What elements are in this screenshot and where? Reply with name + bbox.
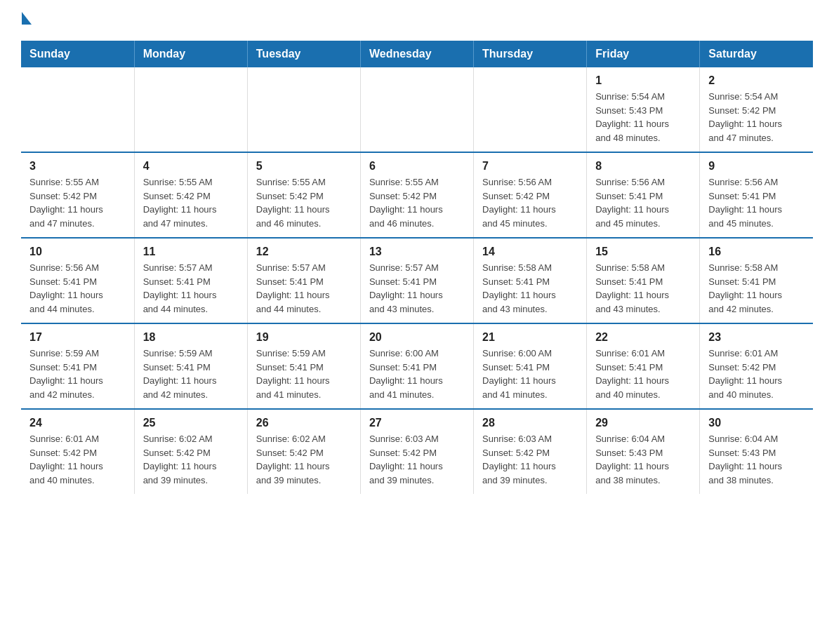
calendar-cell: 2Sunrise: 5:54 AM Sunset: 5:42 PM Daylig…	[700, 67, 813, 152]
calendar-cell: 29Sunrise: 6:04 AM Sunset: 5:43 PM Dayli…	[587, 409, 700, 494]
day-info: Sunrise: 6:03 AM Sunset: 5:42 PM Dayligh…	[369, 432, 465, 487]
day-info: Sunrise: 6:03 AM Sunset: 5:42 PM Dayligh…	[482, 432, 578, 487]
calendar-cell: 26Sunrise: 6:02 AM Sunset: 5:42 PM Dayli…	[247, 409, 360, 494]
day-number: 4	[143, 160, 239, 173]
day-info: Sunrise: 6:01 AM Sunset: 5:42 PM Dayligh…	[29, 432, 126, 487]
day-number: 7	[482, 160, 578, 173]
weekday-header-saturday: Saturday	[700, 41, 813, 67]
day-number: 18	[143, 331, 239, 344]
day-info: Sunrise: 6:00 AM Sunset: 5:41 PM Dayligh…	[369, 347, 465, 401]
day-info: Sunrise: 6:04 AM Sunset: 5:43 PM Dayligh…	[708, 432, 805, 487]
day-number: 30	[708, 417, 805, 429]
calendar-cell: 16Sunrise: 5:58 AM Sunset: 5:41 PM Dayli…	[700, 238, 813, 323]
calendar-cell: 4Sunrise: 5:55 AM Sunset: 5:42 PM Daylig…	[134, 152, 247, 238]
day-number: 29	[595, 417, 691, 429]
day-number: 21	[482, 331, 578, 344]
day-info: Sunrise: 5:56 AM Sunset: 5:42 PM Dayligh…	[482, 175, 578, 230]
calendar-cell: 22Sunrise: 6:01 AM Sunset: 5:41 PM Dayli…	[587, 323, 700, 409]
calendar-cell: 6Sunrise: 5:55 AM Sunset: 5:42 PM Daylig…	[360, 152, 473, 238]
calendar-cell: 27Sunrise: 6:03 AM Sunset: 5:42 PM Dayli…	[360, 409, 473, 494]
calendar-cell: 30Sunrise: 6:04 AM Sunset: 5:43 PM Dayli…	[700, 409, 813, 494]
calendar-cell	[474, 67, 587, 152]
header	[21, 14, 813, 27]
day-number: 12	[256, 246, 352, 258]
day-number: 24	[29, 417, 126, 429]
calendar-cell: 24Sunrise: 6:01 AM Sunset: 5:42 PM Dayli…	[21, 409, 134, 494]
calendar-cell: 25Sunrise: 6:02 AM Sunset: 5:42 PM Dayli…	[134, 409, 247, 494]
weekday-header-row: SundayMondayTuesdayWednesdayThursdayFrid…	[21, 41, 813, 67]
calendar-cell	[134, 67, 247, 152]
calendar-cell: 9Sunrise: 5:56 AM Sunset: 5:41 PM Daylig…	[700, 152, 813, 238]
day-number: 8	[595, 160, 691, 173]
day-info: Sunrise: 5:56 AM Sunset: 5:41 PM Dayligh…	[595, 175, 691, 230]
day-info: Sunrise: 5:58 AM Sunset: 5:41 PM Dayligh…	[595, 261, 691, 316]
day-number: 22	[595, 331, 691, 344]
day-info: Sunrise: 5:55 AM Sunset: 5:42 PM Dayligh…	[369, 175, 465, 230]
day-number: 3	[29, 160, 126, 173]
weekday-header-thursday: Thursday	[474, 41, 587, 67]
calendar-cell: 23Sunrise: 6:01 AM Sunset: 5:42 PM Dayli…	[700, 323, 813, 409]
week-row-4: 17Sunrise: 5:59 AM Sunset: 5:41 PM Dayli…	[21, 323, 813, 409]
calendar-cell: 17Sunrise: 5:59 AM Sunset: 5:41 PM Dayli…	[21, 323, 134, 409]
day-info: Sunrise: 6:00 AM Sunset: 5:41 PM Dayligh…	[482, 347, 578, 401]
calendar-table: SundayMondayTuesdayWednesdayThursdayFrid…	[21, 41, 813, 494]
day-info: Sunrise: 5:55 AM Sunset: 5:42 PM Dayligh…	[256, 175, 352, 230]
day-info: Sunrise: 5:58 AM Sunset: 5:41 PM Dayligh…	[482, 261, 578, 316]
day-info: Sunrise: 5:57 AM Sunset: 5:41 PM Dayligh…	[369, 261, 465, 316]
day-number: 16	[708, 246, 805, 258]
day-number: 2	[708, 74, 805, 87]
day-info: Sunrise: 6:04 AM Sunset: 5:43 PM Dayligh…	[595, 432, 691, 487]
calendar-cell: 15Sunrise: 5:58 AM Sunset: 5:41 PM Dayli…	[587, 238, 700, 323]
calendar-cell	[247, 67, 360, 152]
day-info: Sunrise: 6:01 AM Sunset: 5:42 PM Dayligh…	[708, 347, 805, 401]
day-info: Sunrise: 5:59 AM Sunset: 5:41 PM Dayligh…	[29, 347, 126, 401]
calendar-cell	[21, 67, 134, 152]
day-info: Sunrise: 5:54 AM Sunset: 5:43 PM Dayligh…	[595, 90, 691, 145]
day-number: 25	[143, 417, 239, 429]
day-info: Sunrise: 5:57 AM Sunset: 5:41 PM Dayligh…	[256, 261, 352, 316]
weekday-header-friday: Friday	[587, 41, 700, 67]
day-info: Sunrise: 5:56 AM Sunset: 5:41 PM Dayligh…	[708, 175, 805, 230]
logo-arrow-icon	[22, 12, 32, 25]
day-info: Sunrise: 5:55 AM Sunset: 5:42 PM Dayligh…	[143, 175, 239, 230]
calendar-cell	[360, 67, 473, 152]
day-info: Sunrise: 5:55 AM Sunset: 5:42 PM Dayligh…	[29, 175, 126, 230]
day-number: 20	[369, 331, 465, 344]
day-info: Sunrise: 5:57 AM Sunset: 5:41 PM Dayligh…	[143, 261, 239, 316]
day-number: 26	[256, 417, 352, 429]
day-number: 13	[369, 246, 465, 258]
day-info: Sunrise: 5:56 AM Sunset: 5:41 PM Dayligh…	[29, 261, 126, 316]
calendar-cell: 8Sunrise: 5:56 AM Sunset: 5:41 PM Daylig…	[587, 152, 700, 238]
calendar-cell: 1Sunrise: 5:54 AM Sunset: 5:43 PM Daylig…	[587, 67, 700, 152]
day-number: 15	[595, 246, 691, 258]
weekday-header-tuesday: Tuesday	[247, 41, 360, 67]
day-number: 9	[708, 160, 805, 173]
day-info: Sunrise: 6:02 AM Sunset: 5:42 PM Dayligh…	[143, 432, 239, 487]
calendar-cell: 10Sunrise: 5:56 AM Sunset: 5:41 PM Dayli…	[21, 238, 134, 323]
week-row-1: 1Sunrise: 5:54 AM Sunset: 5:43 PM Daylig…	[21, 67, 813, 152]
calendar-cell: 7Sunrise: 5:56 AM Sunset: 5:42 PM Daylig…	[474, 152, 587, 238]
day-info: Sunrise: 5:59 AM Sunset: 5:41 PM Dayligh…	[143, 347, 239, 401]
day-number: 27	[369, 417, 465, 429]
day-info: Sunrise: 6:02 AM Sunset: 5:42 PM Dayligh…	[256, 432, 352, 487]
weekday-header-wednesday: Wednesday	[360, 41, 473, 67]
calendar-cell: 20Sunrise: 6:00 AM Sunset: 5:41 PM Dayli…	[360, 323, 473, 409]
day-info: Sunrise: 5:59 AM Sunset: 5:41 PM Dayligh…	[256, 347, 352, 401]
calendar-cell: 12Sunrise: 5:57 AM Sunset: 5:41 PM Dayli…	[247, 238, 360, 323]
day-info: Sunrise: 5:54 AM Sunset: 5:42 PM Dayligh…	[708, 90, 805, 145]
day-number: 17	[29, 331, 126, 344]
day-number: 6	[369, 160, 465, 173]
calendar-cell: 11Sunrise: 5:57 AM Sunset: 5:41 PM Dayli…	[134, 238, 247, 323]
logo	[21, 14, 32, 27]
day-info: Sunrise: 5:58 AM Sunset: 5:41 PM Dayligh…	[708, 261, 805, 316]
day-number: 28	[482, 417, 578, 429]
day-number: 10	[29, 246, 126, 258]
calendar-cell: 18Sunrise: 5:59 AM Sunset: 5:41 PM Dayli…	[134, 323, 247, 409]
day-number: 14	[482, 246, 578, 258]
calendar-cell: 14Sunrise: 5:58 AM Sunset: 5:41 PM Dayli…	[474, 238, 587, 323]
calendar-cell: 21Sunrise: 6:00 AM Sunset: 5:41 PM Dayli…	[474, 323, 587, 409]
weekday-header-sunday: Sunday	[21, 41, 134, 67]
week-row-2: 3Sunrise: 5:55 AM Sunset: 5:42 PM Daylig…	[21, 152, 813, 238]
calendar-cell: 3Sunrise: 5:55 AM Sunset: 5:42 PM Daylig…	[21, 152, 134, 238]
day-number: 23	[708, 331, 805, 344]
